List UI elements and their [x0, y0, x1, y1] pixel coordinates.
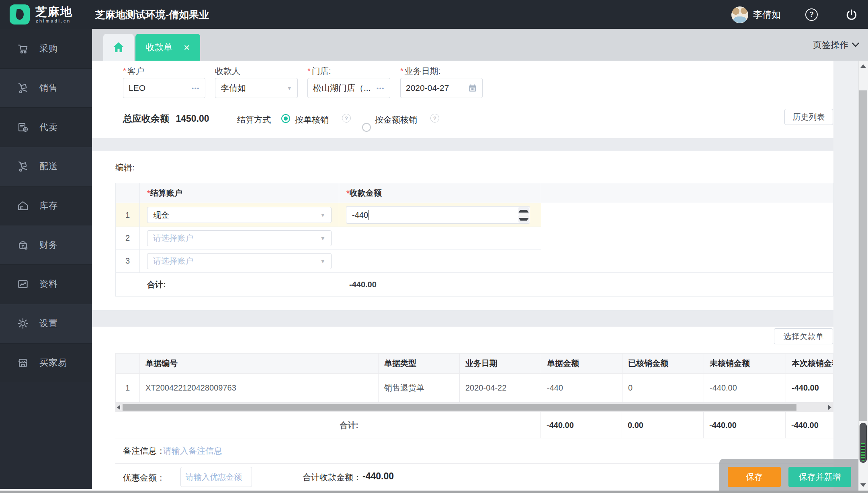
total-settled: 0.00: [622, 412, 704, 438]
settle-method-label: 结算方式: [237, 114, 271, 125]
radio-by-order-label[interactable]: 按单核销: [295, 114, 329, 125]
more-icon[interactable]: •••: [192, 85, 200, 91]
avatar[interactable]: [731, 6, 748, 23]
payee-select[interactable]: 李倩如 ▼: [215, 78, 298, 98]
remark-label: 备注信息：: [123, 445, 165, 456]
sidebar-item-delivery[interactable]: 配送: [0, 147, 92, 186]
edit-total-amount: -440.00: [339, 280, 541, 289]
date-picker[interactable]: 2020-04-27: [400, 78, 483, 98]
data-icon: [17, 278, 29, 290]
customer-label: *客户: [123, 65, 144, 77]
save-button[interactable]: 保存: [728, 467, 781, 487]
scroll-right-arrow[interactable]: [828, 405, 831, 410]
help-icon[interactable]: ?: [805, 8, 818, 21]
select-debt-bills-button[interactable]: 选择欠款单: [774, 328, 833, 344]
caret-down-icon: ▼: [320, 235, 326, 241]
sidebar-item-settings[interactable]: 设置: [0, 304, 92, 343]
sidebar-item-finance[interactable]: 财务: [0, 225, 92, 264]
sidebar-item-consign[interactable]: 代卖: [0, 107, 92, 147]
history-list-button[interactable]: 历史列表: [784, 109, 833, 125]
number-spinner[interactable]: [518, 207, 529, 223]
page-title: 芝麻地测试环境-倩如果业: [95, 0, 209, 29]
save-action-panel: 保存 保存并新增: [719, 459, 858, 491]
radio-by-amount-label[interactable]: 按金额核销: [375, 114, 417, 125]
save-and-new-button[interactable]: 保存并新增: [788, 467, 851, 487]
caret-down-icon: ▼: [320, 258, 326, 264]
power-icon[interactable]: [844, 7, 859, 23]
question-icon[interactable]: ?: [342, 114, 351, 123]
finance-icon: [17, 239, 29, 251]
edit-table-header: * 结算账户 * 收款金额: [116, 183, 833, 203]
payee-label: 收款人: [215, 65, 240, 77]
total-bill-amount: -440.00: [541, 412, 622, 438]
delivery-trolley-icon: [17, 160, 29, 172]
zhimadi-logo-icon: [10, 4, 30, 25]
content-gutter: [833, 61, 858, 491]
col-biz-date: 业务日期: [460, 354, 541, 373]
horizontal-scrollbar-thumb[interactable]: [123, 404, 796, 411]
tab-receipt[interactable]: 收款单 ×: [135, 34, 200, 61]
bottom-edge-strip: [0, 491, 868, 493]
store-select[interactable]: 松山湖门店（... •••: [307, 78, 390, 98]
sidebar-item-sales[interactable]: 销售: [0, 68, 92, 108]
app-window: 芝麻地 zhimadi.cn 芝麻地测试环境-倩如果业 李倩如 ? 采购 销售: [0, 0, 868, 493]
amount-column-header: 收款金额: [350, 188, 382, 198]
bill-table-header: 单据编号 单据类型 业务日期 单据金额 已核销金额 未核销金额 本次核销金额: [116, 354, 833, 374]
logo-leaf-shape: [15, 9, 24, 20]
scroll-left-arrow[interactable]: [117, 405, 120, 410]
col-bill-type: 单据类型: [379, 354, 460, 373]
scroll-up-arrow[interactable]: [860, 64, 866, 68]
logo-text: 芝麻地: [35, 4, 73, 20]
radio-by-amount[interactable]: [362, 123, 371, 132]
edit-row-1: 1 现金 ▼ -440: [116, 203, 541, 227]
date-label: *业务日期:: [400, 65, 441, 77]
bill-table-row[interactable]: 1 XT200422120428009763 销售退货单 2020-04-22 …: [116, 374, 833, 402]
cell-bill-type: 销售退货单: [379, 374, 460, 402]
cell-unsettled: -440.00: [704, 374, 786, 402]
radio-by-order[interactable]: [281, 114, 290, 123]
question-icon[interactable]: ?: [430, 114, 439, 123]
tab-operations-dropdown[interactable]: 页签操作: [813, 29, 859, 61]
edit-panel: 编辑: * 结算账户 * 收款金额 1: [92, 151, 833, 310]
account-select-3[interactable]: 请选择账户 ▼: [147, 253, 332, 269]
sidebar-item-data[interactable]: 资料: [0, 264, 92, 304]
caret-down-icon: ▼: [287, 85, 292, 91]
cell-bill-amount: -440: [541, 374, 622, 402]
total-unsettled: -440.00: [704, 412, 786, 438]
horizontal-scrollbar[interactable]: [115, 402, 833, 412]
account-select-1[interactable]: 现金 ▼: [147, 207, 332, 223]
sale-trolley-icon: [17, 82, 29, 94]
amount-input-1[interactable]: -440: [346, 206, 530, 224]
discount-input[interactable]: 请输入优惠金额: [180, 467, 252, 487]
edit-row-2: 2 请选择账户 ▼: [116, 227, 541, 250]
user-name[interactable]: 李倩如: [753, 0, 781, 29]
col-settled: 已核销金额: [622, 354, 704, 373]
sidebar-item-inventory[interactable]: 库存: [0, 186, 92, 225]
close-icon[interactable]: ×: [184, 42, 190, 53]
scroll-indicator-widget[interactable]: [860, 423, 867, 463]
edit-section-label: 编辑:: [115, 162, 135, 173]
spinner-up-icon[interactable]: [518, 207, 529, 215]
tab-home[interactable]: [103, 34, 134, 61]
warehouse-icon: [17, 200, 29, 212]
cell-biz-date: 2020-04-22: [460, 374, 541, 402]
col-unsettled: 未核销金额: [704, 354, 786, 373]
spinner-down-icon[interactable]: [518, 215, 529, 223]
account-select-2[interactable]: 请选择账户 ▼: [147, 230, 332, 246]
edit-row-3: 3 请选择账户 ▼: [116, 250, 541, 272]
home-icon: [112, 41, 125, 54]
remark-input[interactable]: 请输入备注信息: [163, 445, 222, 456]
scroll-down-arrow[interactable]: [860, 483, 866, 487]
sidebar-item-buyer[interactable]: 买家易: [0, 343, 92, 383]
tab-bar: 收款单 × 页签操作: [92, 29, 868, 61]
storefront-icon: [17, 357, 29, 369]
customer-field[interactable]: LEO •••: [123, 78, 205, 98]
sidebar-item-purchase[interactable]: 采购: [0, 29, 92, 68]
more-icon[interactable]: •••: [377, 85, 385, 91]
col-current: 本次核销金额: [786, 354, 833, 373]
bill-table: 单据编号 单据类型 业务日期 单据金额 已核销金额 未核销金额 本次核销金额 1…: [115, 353, 833, 402]
edit-table-total-row: 合计: -440.00: [116, 272, 833, 296]
top-header: 芝麻地 zhimadi.cn 芝麻地测试环境-倩如果业 李倩如 ?: [0, 0, 868, 29]
gear-icon: [17, 317, 29, 329]
scrollbar-thumb[interactable]: [859, 90, 867, 421]
